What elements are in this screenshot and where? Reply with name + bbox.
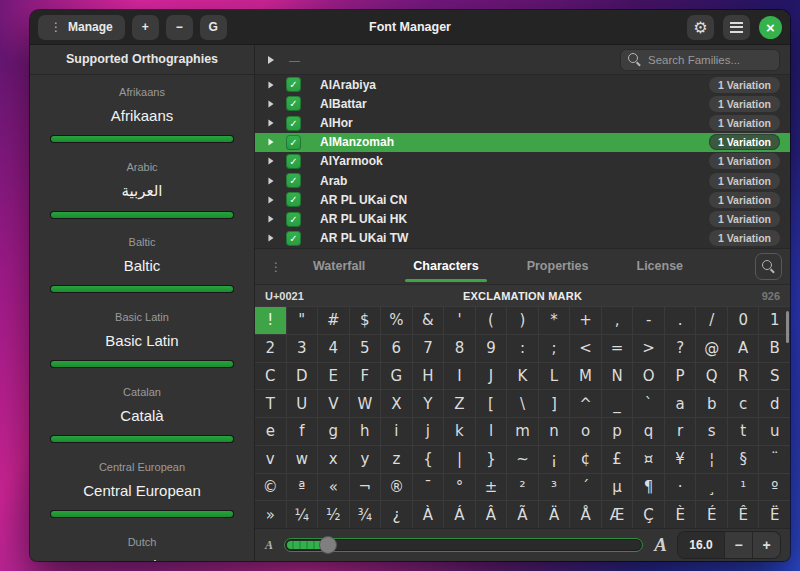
tab-characters[interactable]: Characters bbox=[413, 249, 478, 284]
character-cell[interactable]: Æ bbox=[602, 501, 633, 528]
character-cell[interactable]: T bbox=[255, 390, 286, 417]
character-cell[interactable]: z bbox=[381, 446, 412, 473]
character-cell[interactable]: 0 bbox=[728, 307, 759, 334]
settings-button[interactable]: ⚙ bbox=[687, 15, 714, 40]
character-cell[interactable]: ( bbox=[476, 307, 507, 334]
character-cell[interactable]: W bbox=[350, 390, 381, 417]
font-enabled-checkbox[interactable]: ✓ bbox=[286, 77, 301, 92]
expander-icon[interactable] bbox=[268, 235, 273, 242]
character-cell[interactable]: , bbox=[602, 307, 633, 334]
character-cell[interactable]: 7 bbox=[413, 335, 444, 362]
font-family-row[interactable]: ✓AlBattar1 Variation bbox=[255, 94, 790, 113]
character-cell[interactable]: ^ bbox=[570, 390, 601, 417]
orthography-item[interactable]: BalticBaltic bbox=[30, 225, 254, 300]
tab-waterfall[interactable]: Waterfall bbox=[313, 249, 365, 284]
character-cell[interactable]: \ bbox=[507, 390, 538, 417]
character-cell[interactable]: £ bbox=[602, 446, 633, 473]
character-cell[interactable]: ³ bbox=[539, 474, 570, 501]
character-cell[interactable]: v bbox=[255, 446, 286, 473]
character-cell[interactable]: u bbox=[759, 418, 790, 445]
character-cell[interactable]: _ bbox=[602, 390, 633, 417]
character-cell[interactable]: ¾ bbox=[350, 501, 381, 528]
font-family-row[interactable]: ✓AR PL UKai CN1 Variation bbox=[255, 190, 790, 209]
character-cell[interactable]: À bbox=[413, 501, 444, 528]
font-family-row[interactable]: ✓AR PL UKai TW1 Variation bbox=[255, 229, 790, 248]
character-cell[interactable]: 2 bbox=[255, 335, 286, 362]
character-cell[interactable]: ª bbox=[287, 474, 318, 501]
character-cell[interactable]: U bbox=[287, 390, 318, 417]
character-cell[interactable]: c bbox=[728, 390, 759, 417]
character-cell[interactable]: b bbox=[696, 390, 727, 417]
grid-scrollbar[interactable] bbox=[786, 311, 789, 343]
font-enabled-checkbox[interactable]: ✓ bbox=[286, 231, 301, 246]
character-cell[interactable]: 9 bbox=[476, 335, 507, 362]
character-cell[interactable]: ® bbox=[381, 474, 412, 501]
character-cell[interactable]: x bbox=[318, 446, 349, 473]
character-cell[interactable]: ± bbox=[476, 474, 507, 501]
character-cell[interactable]: q bbox=[633, 418, 664, 445]
character-cell[interactable]: ¼ bbox=[287, 501, 318, 528]
font-enabled-checkbox[interactable]: ✓ bbox=[286, 96, 301, 111]
slider-thumb[interactable] bbox=[319, 536, 337, 554]
character-cell[interactable]: 5 bbox=[350, 335, 381, 362]
search-families-input[interactable] bbox=[620, 49, 780, 71]
orthography-item[interactable]: Arabicالعربية bbox=[30, 150, 254, 225]
character-cell[interactable]: | bbox=[444, 446, 475, 473]
character-cell[interactable]: } bbox=[476, 446, 507, 473]
character-cell[interactable]: { bbox=[413, 446, 444, 473]
character-cell[interactable]: ¸ bbox=[696, 474, 727, 501]
character-cell[interactable]: f bbox=[287, 418, 318, 445]
character-cell[interactable]: G bbox=[381, 363, 412, 390]
character-cell[interactable]: # bbox=[318, 307, 349, 334]
font-enabled-checkbox[interactable]: ✓ bbox=[286, 116, 301, 131]
character-cell[interactable]: ¹ bbox=[728, 474, 759, 501]
character-cell[interactable]: ] bbox=[539, 390, 570, 417]
font-enabled-checkbox[interactable]: ✓ bbox=[286, 192, 301, 207]
font-enabled-checkbox[interactable]: ✓ bbox=[286, 212, 301, 227]
font-family-row[interactable]: ✓AlArabiya1 Variation bbox=[255, 75, 790, 94]
character-cell[interactable]: m bbox=[507, 418, 538, 445]
character-cell[interactable]: R bbox=[728, 363, 759, 390]
character-cell[interactable]: ) bbox=[507, 307, 538, 334]
character-cell[interactable]: C bbox=[255, 363, 286, 390]
character-cell[interactable]: P bbox=[665, 363, 696, 390]
character-cell[interactable]: ' bbox=[444, 307, 475, 334]
character-cell[interactable]: § bbox=[728, 446, 759, 473]
expander-icon[interactable] bbox=[268, 158, 273, 165]
character-cell[interactable]: Å bbox=[570, 501, 601, 528]
character-cell[interactable]: Y bbox=[413, 390, 444, 417]
character-cell[interactable]: o bbox=[570, 418, 601, 445]
expander-icon[interactable] bbox=[268, 177, 273, 184]
character-cell[interactable]: ? bbox=[665, 335, 696, 362]
character-cell[interactable]: < bbox=[570, 335, 601, 362]
character-cell[interactable]: j bbox=[413, 418, 444, 445]
character-cell[interactable]: g bbox=[318, 418, 349, 445]
character-cell[interactable]: º bbox=[759, 474, 790, 501]
character-cell[interactable]: " bbox=[287, 307, 318, 334]
character-cell[interactable]: ¥ bbox=[665, 446, 696, 473]
font-enabled-checkbox[interactable]: ✓ bbox=[286, 135, 301, 150]
character-cell[interactable]: ½ bbox=[318, 501, 349, 528]
increase-size-button[interactable]: + bbox=[752, 532, 780, 558]
expander-icon[interactable] bbox=[268, 120, 273, 127]
character-cell[interactable]: ; bbox=[539, 335, 570, 362]
expander-icon[interactable] bbox=[268, 216, 273, 223]
character-cell[interactable]: p bbox=[602, 418, 633, 445]
character-cell[interactable]: = bbox=[602, 335, 633, 362]
character-cell[interactable]: ¶ bbox=[633, 474, 664, 501]
character-cell[interactable]: ! bbox=[255, 307, 286, 334]
character-cell[interactable]: 4 bbox=[318, 335, 349, 362]
expander-icon[interactable] bbox=[268, 81, 273, 88]
decrease-size-button[interactable]: − bbox=[724, 532, 752, 558]
character-cell[interactable]: Ë bbox=[759, 501, 790, 528]
character-cell[interactable]: 8 bbox=[444, 335, 475, 362]
character-cell[interactable]: Â bbox=[476, 501, 507, 528]
character-cell[interactable]: $ bbox=[350, 307, 381, 334]
character-cell[interactable]: k bbox=[444, 418, 475, 445]
expander-icon[interactable] bbox=[268, 197, 273, 204]
orthography-item[interactable]: AfrikaansAfrikaans bbox=[30, 75, 254, 150]
character-search-button[interactable] bbox=[755, 253, 782, 280]
character-cell[interactable]: . bbox=[665, 307, 696, 334]
character-cell[interactable]: M bbox=[570, 363, 601, 390]
orthography-item[interactable]: Central EuropeanCentral European bbox=[30, 450, 254, 525]
